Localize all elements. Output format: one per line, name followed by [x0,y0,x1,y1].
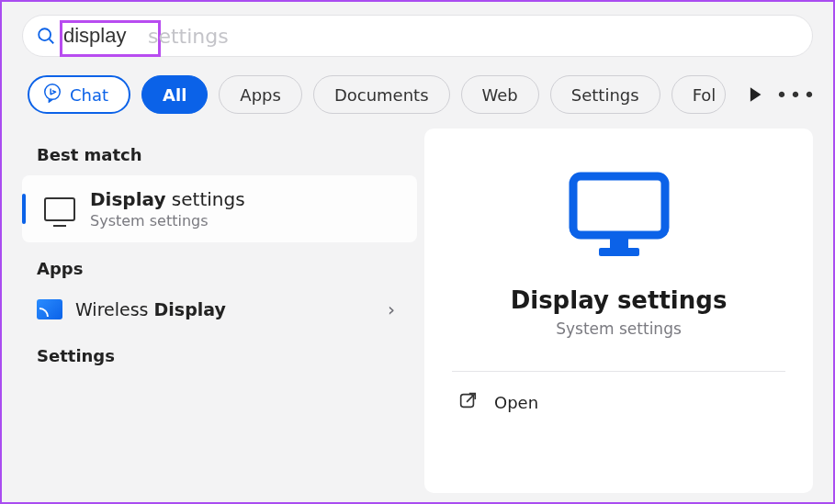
section-best-match-label: Best match [22,129,417,175]
preview-open-label: Open [494,393,538,412]
preview-title: Display settings [511,286,728,314]
best-match-result[interactable]: Display settings System settings [22,175,417,242]
svg-rect-5 [599,248,639,256]
svg-rect-3 [573,176,665,235]
chip-documents-label: Documents [334,85,429,105]
open-external-icon [457,390,478,414]
preview-open-action[interactable]: Open [452,372,785,414]
more-icon: ••• [776,84,818,106]
svg-line-1 [50,39,54,44]
svg-rect-4 [610,237,628,248]
results-panel: Best match Display settings System setti… [22,129,417,493]
chip-apps-label: Apps [240,85,281,105]
apps-result-wireless-display[interactable]: Wireless Display › [22,289,417,330]
best-match-subtitle: System settings [90,212,245,230]
bing-chat-icon [42,83,62,106]
chip-all-label: All [163,85,186,105]
chip-settings-label: Settings [571,85,639,105]
chip-chat-label: Chat [70,85,108,105]
chips-overflow-button[interactable]: ••• [780,78,813,111]
section-apps-label: Apps [22,242,417,289]
svg-point-0 [39,28,51,40]
chip-documents[interactable]: Documents [313,75,450,114]
apps-result-title: Wireless Display [75,299,375,319]
search-bar[interactable]: settings [22,15,813,57]
chip-chat[interactable]: Chat [28,75,130,114]
monitor-large-icon [564,169,674,264]
chip-folders[interactable]: Fol [671,75,727,114]
section-settings-label: Settings [22,330,417,376]
chip-folders-label: Fol [693,85,717,105]
chips-scroll-right-button[interactable] [742,82,768,107]
svg-point-2 [45,84,61,100]
chevron-right-icon: › [388,298,402,320]
chip-settings[interactable]: Settings [550,75,660,114]
chip-web[interactable]: Web [461,75,539,114]
chip-all[interactable]: All [141,75,208,114]
best-match-title: Display settings [90,188,245,210]
cast-icon [37,299,62,319]
preview-panel: Display settings System settings Open [424,129,813,493]
search-icon [36,26,56,46]
chip-web-label: Web [482,85,518,105]
preview-subtitle: System settings [556,319,682,338]
chip-apps[interactable]: Apps [219,75,302,114]
search-input[interactable] [63,24,805,48]
filter-chips-row: Chat All Apps Documents Web Settings Fol… [2,57,833,129]
monitor-icon [44,197,75,221]
